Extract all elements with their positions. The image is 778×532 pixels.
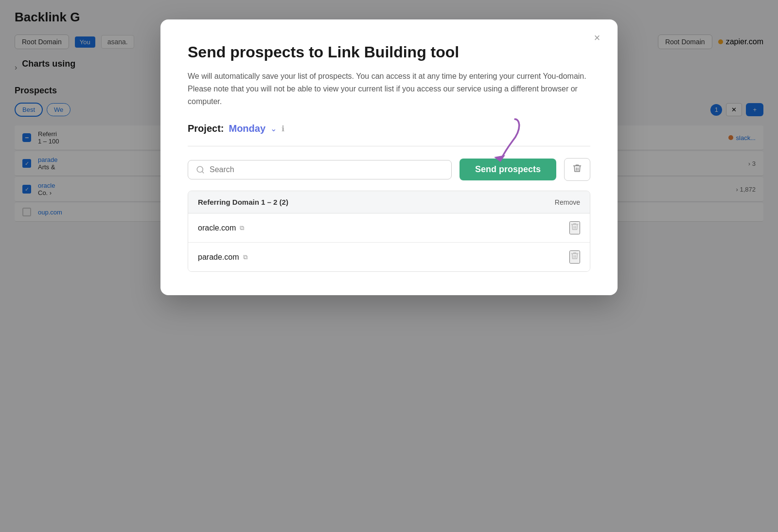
prospects-count-label: Referring Domain 1 – 2 (2)	[198, 198, 288, 206]
modal-title: Send prospects to Link Building tool	[188, 43, 590, 61]
close-icon: ×	[594, 32, 601, 44]
modal-divider	[188, 146, 590, 146]
prospect-delete-button-1[interactable]	[569, 250, 580, 264]
trash-icon	[572, 163, 582, 176]
prospect-domain-text-1: parade.com	[198, 253, 239, 262]
prospect-domain-0: oracle.com ⧉	[198, 224, 244, 232]
modal-container: × Send prospects to Link Building tool W…	[160, 19, 618, 295]
search-send-row: Send prospects	[188, 158, 590, 181]
modal-overlay: × Send prospects to Link Building tool W…	[0, 0, 778, 532]
prospects-remove-label: Remove	[555, 198, 580, 206]
external-link-icon-1: ⧉	[243, 253, 248, 261]
project-label: Project:	[188, 123, 224, 134]
modal-close-button[interactable]: ×	[588, 29, 606, 47]
prospects-list-header: Referring Domain 1 – 2 (2) Remove	[188, 191, 590, 213]
prospect-row-0: oracle.com ⧉	[188, 213, 590, 243]
project-row: Project: Monday ⌄ ℹ	[188, 123, 590, 134]
prospect-domain-1: parade.com ⧉	[198, 253, 248, 262]
prospect-domain-text-0: oracle.com	[198, 224, 236, 232]
send-prospects-button[interactable]: Send prospects	[460, 159, 556, 180]
search-icon	[196, 165, 205, 174]
prospect-row-1: parade.com ⧉	[188, 243, 590, 271]
project-value[interactable]: Monday	[229, 123, 265, 134]
delete-button[interactable]	[564, 158, 590, 181]
external-link-icon-0: ⧉	[240, 224, 244, 232]
chevron-down-icon[interactable]: ⌄	[270, 124, 277, 133]
search-input[interactable]	[210, 165, 443, 174]
modal-description: We will automatically save your list of …	[188, 70, 590, 107]
svg-line-1	[202, 171, 203, 173]
search-box	[188, 160, 452, 179]
prospects-list: Referring Domain 1 – 2 (2) Remove oracle…	[188, 191, 590, 272]
prospect-delete-button-0[interactable]	[569, 221, 580, 234]
info-icon[interactable]: ℹ	[282, 124, 284, 133]
